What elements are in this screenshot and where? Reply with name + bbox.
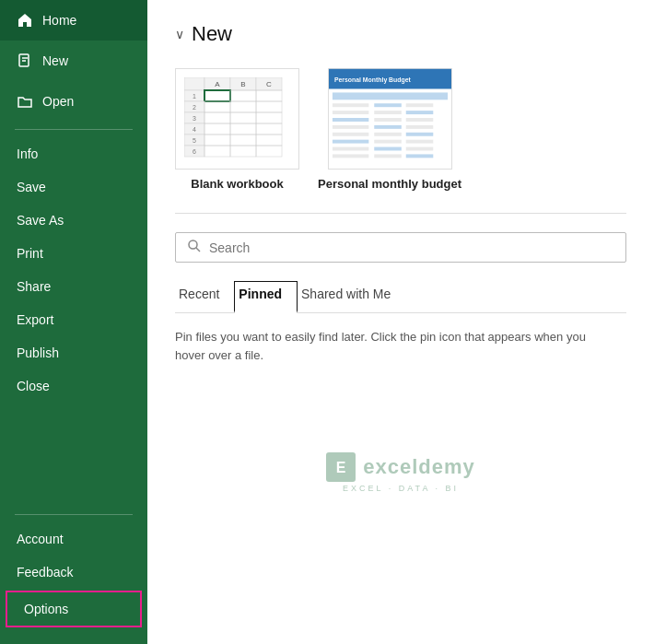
new-icon bbox=[17, 53, 33, 69]
svg-rect-17 bbox=[256, 101, 282, 112]
svg-line-66 bbox=[196, 248, 200, 252]
svg-rect-41 bbox=[332, 103, 368, 107]
svg-rect-59 bbox=[332, 147, 368, 151]
tabs-row: Recent Pinned Shared with Me bbox=[175, 281, 626, 313]
svg-rect-36 bbox=[230, 146, 256, 157]
svg-rect-58 bbox=[405, 140, 433, 144]
svg-rect-46 bbox=[405, 111, 433, 114]
svg-text:E: E bbox=[336, 460, 346, 475]
sidebar-item-share[interactable]: Share bbox=[0, 270, 147, 303]
tab-shared[interactable]: Shared with Me bbox=[298, 281, 405, 313]
watermark-brand-text: exceldemy bbox=[363, 455, 475, 479]
svg-rect-32 bbox=[256, 135, 282, 146]
svg-rect-1 bbox=[184, 77, 204, 90]
svg-rect-55 bbox=[405, 133, 433, 136]
section-divider bbox=[175, 213, 626, 214]
svg-text:C: C bbox=[266, 80, 272, 88]
watermark-sub-text: EXCEL · DATA · BI bbox=[343, 484, 459, 493]
watermark-icon: E bbox=[326, 452, 356, 482]
svg-rect-57 bbox=[374, 140, 402, 144]
svg-rect-43 bbox=[405, 103, 433, 107]
svg-rect-26 bbox=[230, 123, 256, 135]
svg-text:3: 3 bbox=[193, 115, 196, 122]
home-icon bbox=[17, 12, 33, 29]
watermark-logo: E exceldemy bbox=[326, 452, 475, 482]
svg-text:2: 2 bbox=[193, 104, 196, 111]
budget-svg: Personal Monthly Budget bbox=[329, 68, 451, 170]
svg-rect-27 bbox=[256, 123, 282, 135]
sidebar-bottom: Account Feedback Options bbox=[0, 507, 147, 644]
template-blank-thumb: A B C 1 2 bbox=[175, 68, 299, 170]
svg-rect-40 bbox=[332, 92, 447, 100]
blank-workbook-label: Blank workbook bbox=[191, 177, 283, 191]
svg-rect-45 bbox=[374, 111, 402, 114]
blank-grid-svg: A B C 1 2 bbox=[184, 77, 290, 160]
sidebar: Home New Open Info Save bbox=[0, 0, 147, 644]
svg-rect-30 bbox=[204, 135, 230, 146]
svg-rect-12 bbox=[256, 90, 282, 101]
svg-text:5: 5 bbox=[193, 137, 196, 144]
sidebar-item-open[interactable]: Open bbox=[0, 81, 147, 122]
svg-rect-56 bbox=[332, 140, 368, 144]
sidebar-divider-1 bbox=[15, 129, 133, 130]
svg-rect-11 bbox=[230, 90, 256, 101]
search-container bbox=[175, 232, 626, 263]
sidebar-item-feedback[interactable]: Feedback bbox=[0, 556, 147, 589]
main-content: ∨ New A B C bbox=[147, 0, 654, 644]
svg-rect-20 bbox=[204, 112, 230, 123]
svg-text:6: 6 bbox=[193, 148, 196, 155]
svg-text:Personal Monthly Budget: Personal Monthly Budget bbox=[333, 76, 411, 84]
tab-pinned[interactable]: Pinned bbox=[234, 281, 298, 313]
svg-rect-44 bbox=[332, 111, 368, 114]
page-title: New bbox=[192, 22, 232, 46]
footer-watermark: E exceldemy EXCEL · DATA · BI bbox=[326, 452, 475, 493]
sidebar-open-label: Open bbox=[42, 94, 74, 109]
sidebar-item-print[interactable]: Print bbox=[0, 237, 147, 270]
svg-rect-37 bbox=[256, 146, 282, 157]
svg-rect-50 bbox=[332, 125, 368, 129]
svg-rect-16 bbox=[230, 101, 256, 112]
svg-rect-22 bbox=[256, 112, 282, 123]
pin-info-text: Pin files you want to easily find later.… bbox=[175, 328, 617, 364]
budget-label: Personal monthly budget bbox=[318, 177, 461, 191]
sidebar-item-export[interactable]: Export bbox=[0, 303, 147, 336]
sidebar-item-home[interactable]: Home bbox=[0, 0, 147, 41]
svg-text:A: A bbox=[215, 80, 220, 88]
svg-rect-21 bbox=[230, 112, 256, 123]
svg-rect-48 bbox=[374, 118, 402, 122]
sidebar-item-publish[interactable]: Publish bbox=[0, 336, 147, 369]
svg-rect-60 bbox=[374, 147, 402, 151]
page-header: ∨ New bbox=[175, 22, 626, 46]
svg-rect-15 bbox=[204, 101, 230, 112]
svg-rect-54 bbox=[374, 133, 402, 136]
tab-recent[interactable]: Recent bbox=[175, 281, 234, 313]
sidebar-new-label: New bbox=[42, 53, 68, 68]
template-blank-workbook[interactable]: A B C 1 2 bbox=[175, 68, 299, 191]
sidebar-item-info[interactable]: Info bbox=[0, 137, 147, 170]
svg-rect-52 bbox=[405, 125, 433, 129]
sidebar-home-label: Home bbox=[42, 13, 76, 28]
svg-text:B: B bbox=[240, 80, 245, 88]
sidebar-item-save[interactable]: Save bbox=[0, 170, 147, 204]
sidebar-item-options[interactable]: Options bbox=[6, 591, 142, 627]
svg-text:4: 4 bbox=[193, 126, 196, 133]
svg-rect-62 bbox=[332, 154, 368, 158]
svg-rect-25 bbox=[204, 123, 230, 135]
svg-rect-31 bbox=[230, 135, 256, 146]
search-input[interactable] bbox=[209, 240, 614, 255]
svg-rect-49 bbox=[405, 118, 433, 122]
template-budget[interactable]: Personal Monthly Budget bbox=[318, 68, 461, 191]
svg-rect-51 bbox=[374, 125, 402, 129]
open-icon bbox=[17, 93, 33, 110]
svg-rect-35 bbox=[204, 146, 230, 157]
sidebar-item-new[interactable]: New bbox=[0, 41, 147, 81]
svg-rect-63 bbox=[374, 154, 402, 158]
sidebar-item-account[interactable]: Account bbox=[0, 522, 147, 556]
sidebar-item-close[interactable]: Close bbox=[0, 369, 147, 403]
search-icon bbox=[187, 239, 202, 256]
templates-row: A B C 1 2 bbox=[175, 68, 626, 191]
svg-rect-42 bbox=[374, 103, 402, 107]
svg-rect-10 bbox=[204, 90, 230, 101]
sidebar-item-save-as[interactable]: Save As bbox=[0, 204, 147, 237]
collapse-icon[interactable]: ∨ bbox=[175, 27, 184, 41]
